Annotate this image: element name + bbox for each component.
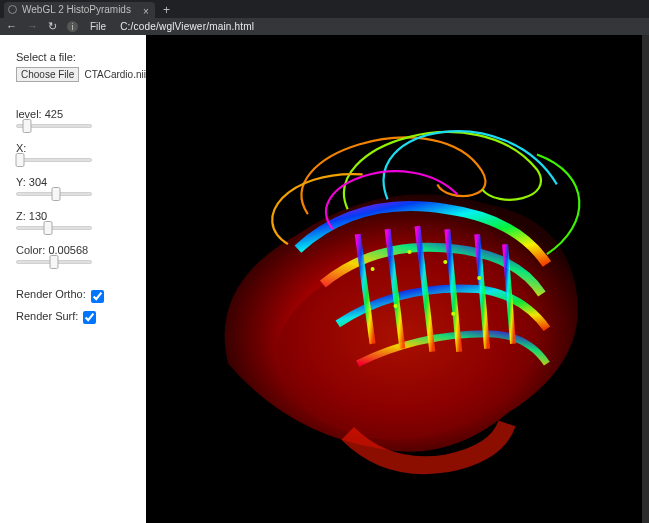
svg-point-5	[394, 304, 398, 308]
render-ortho-label: Render Ortho:	[16, 288, 86, 300]
x-slider[interactable]	[16, 158, 92, 162]
level-slider-thumb[interactable]	[23, 119, 32, 133]
svg-point-6	[451, 312, 455, 316]
level-slider[interactable]	[16, 124, 92, 128]
new-tab-button[interactable]: +	[155, 2, 178, 18]
close-icon[interactable]: ×	[143, 4, 149, 20]
y-slider[interactable]	[16, 192, 92, 196]
y-slider-thumb[interactable]	[51, 187, 60, 201]
level-label: level: 425	[16, 108, 136, 120]
color-slider-thumb[interactable]	[50, 255, 59, 269]
forward-icon[interactable]: →	[27, 21, 38, 32]
x-slider-thumb[interactable]	[15, 153, 24, 167]
tab-title: WebGL 2 HistoPyramids	[22, 2, 131, 18]
file-select-label: Select a file:	[16, 51, 136, 63]
level-value: 425	[45, 108, 63, 120]
color-slider[interactable]	[16, 260, 92, 264]
svg-point-3	[443, 260, 447, 264]
info-icon[interactable]: i	[67, 21, 78, 32]
browser-tab[interactable]: WebGL 2 HistoPyramids ×	[4, 2, 155, 18]
render-ortho-checkbox[interactable]	[91, 290, 104, 303]
render-surf-checkbox[interactable]	[83, 311, 96, 324]
render-surf-label: Render Surf:	[16, 310, 78, 322]
browser-tabstrip: WebGL 2 HistoPyramids × +	[0, 0, 649, 18]
z-slider-thumb[interactable]	[43, 221, 52, 235]
control-panel: Select a file: Choose File CTACardio.nii…	[0, 35, 146, 523]
render-canvas	[146, 35, 649, 523]
y-label: Y: 304	[16, 176, 136, 188]
reload-icon[interactable]: ↻	[48, 21, 57, 32]
svg-point-2	[407, 250, 411, 254]
svg-point-1	[371, 267, 375, 271]
color-label: Color: 0.00568	[16, 244, 136, 256]
address-bar[interactable]: C:/code/wglViewer/main.html	[120, 21, 643, 32]
webgl-viewport[interactable]	[146, 35, 649, 523]
back-icon[interactable]: ←	[6, 21, 17, 32]
browser-toolbar: ← → ↻ i File C:/code/wglViewer/main.html	[0, 18, 649, 35]
x-label: X:	[16, 142, 136, 154]
z-label: Z: 130	[16, 210, 136, 222]
choose-file-button[interactable]: Choose File	[16, 67, 79, 82]
favicon-icon	[8, 5, 17, 14]
viewport-scrollbar[interactable]	[642, 35, 649, 523]
svg-point-4	[477, 276, 481, 280]
y-value: 304	[29, 176, 47, 188]
z-slider[interactable]	[16, 226, 92, 230]
page-body: Select a file: Choose File CTACardio.nii…	[0, 35, 649, 523]
origin-chip: File	[88, 21, 110, 32]
